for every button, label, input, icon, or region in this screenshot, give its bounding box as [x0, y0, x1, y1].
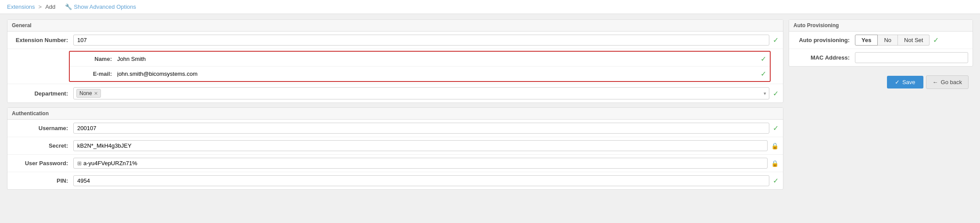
name-row: Name: ✓	[70, 52, 770, 67]
right-panel: Auto Provisioning Auto provisioning: Yes…	[789, 19, 973, 190]
save-check-icon: ✓	[895, 79, 900, 85]
extension-number-row: Extension Number: ✓	[7, 32, 783, 49]
username-input[interactable]	[73, 123, 769, 134]
secret-label: Secret:	[12, 142, 73, 149]
pin-label: PIN:	[12, 177, 73, 184]
breadcrumb-separator: >	[39, 4, 42, 10]
auto-provisioning-valid-icon: ✓	[933, 36, 939, 44]
password-grid-icon: ⊞	[77, 160, 82, 166]
auto-provisioning-yes[interactable]: Yes	[855, 35, 878, 46]
user-password-input[interactable]	[83, 160, 764, 166]
username-row: Username: ✓	[7, 120, 783, 137]
auto-provisioning-no[interactable]: No	[878, 35, 898, 46]
action-buttons: ✓ Save ← Go back	[789, 71, 973, 93]
department-row: Department: None ✕ ▾ ✓	[7, 84, 783, 103]
go-back-label: Go back	[941, 79, 962, 85]
authentication-section-title: Authentication	[7, 108, 783, 120]
auto-provisioning-row: Auto provisioning: Yes No Not Set ✓	[789, 32, 973, 49]
mac-address-label: MAC Address:	[793, 54, 855, 61]
go-back-button[interactable]: ← Go back	[926, 75, 969, 89]
email-input[interactable]	[117, 71, 757, 77]
auto-provisioning-btn-group: Yes No Not Set	[855, 35, 930, 46]
username-label: Username:	[12, 125, 73, 131]
department-tag-remove[interactable]: ✕	[94, 91, 98, 96]
breadcrumb-current: Add	[45, 4, 55, 10]
department-select-wrapper[interactable]: None ✕ ▾	[73, 87, 769, 99]
name-input[interactable]	[117, 56, 757, 62]
department-dropdown-arrow[interactable]: ▾	[764, 91, 766, 96]
department-valid-icon: ✓	[773, 89, 779, 98]
save-label: Save	[902, 79, 915, 85]
extension-number-valid-icon: ✓	[773, 36, 779, 44]
department-label: Department:	[12, 90, 73, 97]
general-section-title: General	[7, 20, 783, 32]
name-email-group: Name: ✓ E-mail: ✓	[69, 51, 771, 82]
extension-number-input[interactable]	[73, 35, 769, 46]
pin-input[interactable]	[73, 175, 769, 186]
top-bar: Extensions > Add 🔧 Show Advanced Options	[0, 0, 980, 14]
username-valid-icon: ✓	[773, 124, 779, 132]
show-advanced-options[interactable]: 🔧 Show Advanced Options	[65, 4, 136, 10]
secret-lock-icon: 🔒	[771, 142, 779, 149]
department-tag-none: None ✕	[76, 89, 101, 98]
left-panel: General Extension Number: ✓ Name: ✓	[7, 19, 783, 190]
secret-input[interactable]	[73, 140, 768, 151]
show-advanced-label: Show Advanced Options	[74, 4, 136, 10]
secret-row: Secret: 🔒	[7, 137, 783, 155]
user-password-input-wrapper[interactable]: ⊞	[73, 158, 768, 169]
mac-address-input[interactable]	[855, 52, 968, 63]
pin-valid-icon: ✓	[773, 177, 779, 185]
go-back-arrow-icon: ←	[933, 79, 938, 85]
email-valid-icon: ✓	[761, 70, 766, 78]
main-content: General Extension Number: ✓ Name: ✓	[0, 14, 980, 195]
breadcrumb-extensions[interactable]: Extensions	[7, 4, 35, 10]
email-row: E-mail: ✓	[70, 67, 770, 81]
name-label: Name:	[73, 56, 117, 62]
mac-address-row: MAC Address:	[789, 49, 973, 66]
save-button[interactable]: ✓ Save	[887, 76, 923, 88]
wrench-icon: 🔧	[65, 4, 72, 10]
auto-provisioning-section: Auto Provisioning Auto provisioning: Yes…	[789, 19, 973, 67]
auto-provisioning-not-set[interactable]: Not Set	[898, 35, 930, 46]
email-label: E-mail:	[73, 71, 117, 77]
auto-provisioning-section-title: Auto Provisioning	[789, 20, 973, 32]
name-valid-icon: ✓	[761, 55, 766, 63]
general-section: General Extension Number: ✓ Name: ✓	[7, 19, 783, 103]
pin-row: PIN: ✓	[7, 172, 783, 189]
user-password-label: User Password:	[12, 160, 73, 166]
extension-number-label: Extension Number:	[12, 37, 73, 43]
department-tag-label: None	[79, 90, 92, 96]
auto-provisioning-label: Auto provisioning:	[793, 37, 855, 43]
user-password-lock-icon: 🔒	[771, 160, 779, 167]
authentication-section: Authentication Username: ✓ Secret: 🔒 Use…	[7, 107, 783, 190]
user-password-row: User Password: ⊞ 🔒	[7, 155, 783, 172]
